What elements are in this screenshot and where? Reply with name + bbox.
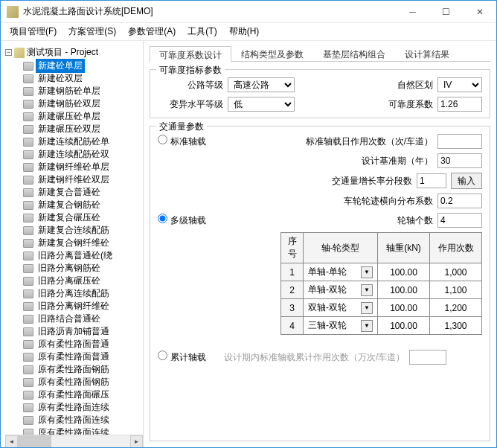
tree-item[interactable]: 旧路分离连续配筋 bbox=[5, 287, 143, 300]
tree-item[interactable]: 旧路沥青加铺普通 bbox=[5, 325, 143, 338]
table-row[interactable]: 3双轴-双轮▼100.001,200 bbox=[281, 299, 482, 317]
menu-params[interactable]: 参数管理(A) bbox=[124, 24, 180, 39]
menu-tools[interactable]: 工具(T) bbox=[183, 24, 221, 39]
radio-cumulative-axle[interactable]: 累计轴载 bbox=[158, 351, 206, 364]
tree-item[interactable]: 旧路分离钢纤维砼 bbox=[5, 300, 143, 313]
label-axle-count: 轮轴个数 bbox=[397, 214, 433, 227]
tree-item[interactable]: 旧路结合普通砼 bbox=[5, 313, 143, 325]
menu-help[interactable]: 帮助(H) bbox=[225, 24, 264, 39]
file-icon bbox=[23, 289, 33, 298]
tree-item[interactable]: 新建钢纤维砼单层 bbox=[5, 161, 143, 173]
cell-type[interactable]: 单轴-双轮▼ bbox=[304, 281, 378, 299]
tree-item[interactable]: 新建复合连续配筋 bbox=[5, 224, 143, 237]
input-growth-segments[interactable] bbox=[417, 173, 446, 188]
file-icon bbox=[23, 125, 33, 134]
cell-type[interactable]: 单轴-单轮▼ bbox=[304, 263, 378, 281]
tree-item[interactable]: 新建复合碾压砼 bbox=[5, 211, 143, 224]
input-axle-count[interactable] bbox=[437, 213, 482, 228]
file-icon bbox=[23, 403, 33, 412]
menu-scheme[interactable]: 方案管理(S) bbox=[64, 24, 121, 39]
tree-collapse-icon[interactable]: − bbox=[5, 49, 12, 56]
tree-item[interactable]: 原有柔性路面普通 bbox=[5, 351, 143, 363]
radio-standard-axle[interactable]: 标准轴载 bbox=[158, 135, 206, 148]
scroll-right-icon[interactable]: ► bbox=[130, 435, 143, 448]
tree-item[interactable]: 原有柔性路面钢筋 bbox=[5, 363, 143, 376]
cell-weight[interactable]: 100.00 bbox=[378, 299, 430, 317]
cell-count[interactable]: 1,000 bbox=[430, 263, 482, 281]
close-button[interactable]: ✕ bbox=[463, 1, 496, 22]
file-icon bbox=[23, 378, 33, 387]
tree-item[interactable]: 新建钢筋砼单层 bbox=[5, 85, 143, 97]
file-icon bbox=[23, 214, 33, 223]
chevron-down-icon[interactable]: ▼ bbox=[361, 284, 373, 296]
tab-reliability[interactable]: 可靠度系数设计 bbox=[150, 46, 231, 62]
input-reliability-coef[interactable] bbox=[437, 97, 482, 112]
input-lateral-coef[interactable] bbox=[437, 193, 482, 208]
tree-item[interactable]: 原有柔性路面普通 bbox=[5, 338, 143, 351]
cell-count[interactable]: 1,300 bbox=[430, 317, 482, 335]
tree-item[interactable]: 新建碾压砼单层 bbox=[5, 110, 143, 123]
scroll-thumb[interactable] bbox=[18, 435, 51, 447]
table-row[interactable]: 1单轴-单轮▼100.001,000 bbox=[281, 263, 482, 281]
tree-item[interactable]: 新建复合钢纤维砼 bbox=[5, 237, 143, 249]
file-icon bbox=[23, 87, 33, 96]
input-button[interactable]: 输入 bbox=[451, 173, 482, 189]
file-icon bbox=[23, 340, 33, 349]
folder-icon bbox=[14, 48, 25, 58]
tree-item[interactable]: 原有柔性路面连续 bbox=[5, 401, 143, 414]
radio-multi-axle[interactable]: 多级轴载 bbox=[158, 214, 206, 227]
input-design-period[interactable] bbox=[437, 153, 482, 168]
cell-weight[interactable]: 100.00 bbox=[378, 317, 430, 335]
file-icon bbox=[23, 252, 33, 260]
tree-item[interactable]: 新建钢纤维砼双层 bbox=[5, 173, 143, 186]
cell-count[interactable]: 1,100 bbox=[430, 281, 482, 299]
select-variation[interactable]: 低 bbox=[228, 97, 295, 112]
tree-item[interactable]: 新建复合钢筋砼 bbox=[5, 199, 143, 211]
select-road-grade[interactable]: 高速公路 bbox=[228, 77, 295, 92]
file-icon bbox=[23, 62, 33, 71]
tab-result[interactable]: 设计算结果 bbox=[395, 45, 459, 61]
tree-item[interactable]: 旧路分离碾压砼 bbox=[5, 275, 143, 287]
file-icon bbox=[23, 100, 33, 109]
chevron-down-icon[interactable]: ▼ bbox=[361, 266, 373, 278]
menu-project[interactable]: 项目管理(F) bbox=[5, 24, 61, 39]
tree-item[interactable]: 新建连续配筋砼双 bbox=[5, 148, 143, 161]
chevron-down-icon[interactable]: ▼ bbox=[361, 320, 373, 332]
tree-item[interactable]: 新建复合普通砼 bbox=[5, 186, 143, 199]
tree-item[interactable]: 原有柔性路面连续 bbox=[5, 414, 143, 426]
label-road-grade: 公路等级 bbox=[158, 79, 223, 92]
tree-item[interactable]: 新建砼双层 bbox=[5, 72, 143, 85]
cell-type[interactable]: 双轴-双轮▼ bbox=[304, 299, 378, 317]
input-cumulative[interactable] bbox=[409, 350, 446, 365]
tab-foundation[interactable]: 基垫层结构组合 bbox=[313, 45, 395, 61]
axle-table[interactable]: 序号 轴-轮类型 轴重(kN) 作用次数 1单轴-单轮▼100.001,0002… bbox=[280, 232, 482, 335]
file-icon bbox=[23, 429, 33, 435]
tree-item[interactable]: 新建砼单层 bbox=[5, 60, 143, 72]
cell-weight[interactable]: 100.00 bbox=[378, 263, 430, 281]
cell-type[interactable]: 三轴-双轮▼ bbox=[304, 317, 378, 335]
table-row[interactable]: 2单轴-双轮▼100.001,100 bbox=[281, 281, 482, 299]
tree-root-label[interactable]: 测试项目 - Project bbox=[27, 46, 98, 59]
horizontal-scrollbar[interactable]: ◄ ► bbox=[5, 435, 143, 447]
tree-item[interactable]: 旧路分离钢筋砼 bbox=[5, 262, 143, 275]
tree-item[interactable]: 新建钢筋砼双层 bbox=[5, 97, 143, 110]
cell-count[interactable]: 1,200 bbox=[430, 299, 482, 317]
tree-item[interactable]: 旧路分离普通砼(绕 bbox=[5, 249, 143, 262]
tree-item[interactable]: 原有柔性路面钢筋 bbox=[5, 376, 143, 388]
file-icon bbox=[23, 353, 33, 362]
tab-structure[interactable]: 结构类型及参数 bbox=[231, 45, 313, 61]
minimize-button[interactable]: ─ bbox=[396, 1, 429, 22]
tree-item[interactable]: 新建碾压砼双层 bbox=[5, 123, 143, 135]
table-row[interactable]: 4三轴-双轮▼100.001,300 bbox=[281, 317, 482, 335]
tree-item[interactable]: 原有柔性路面连续 bbox=[5, 426, 143, 435]
input-daily-count[interactable] bbox=[437, 134, 482, 149]
scroll-left-icon[interactable]: ◄ bbox=[5, 435, 18, 448]
project-tree[interactable]: − 测试项目 - Project 新建砼单层新建砼双层新建钢筋砼单层新建钢筋砼双… bbox=[5, 45, 143, 435]
maximize-button[interactable]: ☐ bbox=[429, 1, 463, 22]
tree-item[interactable]: 新建连续配筋砼单 bbox=[5, 135, 143, 148]
select-zone[interactable]: IV bbox=[437, 77, 482, 92]
chevron-down-icon[interactable]: ▼ bbox=[361, 302, 373, 314]
cell-weight[interactable]: 100.00 bbox=[378, 281, 430, 299]
tree-item[interactable]: 原有柔性路面碾压 bbox=[5, 388, 143, 401]
file-icon bbox=[23, 239, 33, 248]
